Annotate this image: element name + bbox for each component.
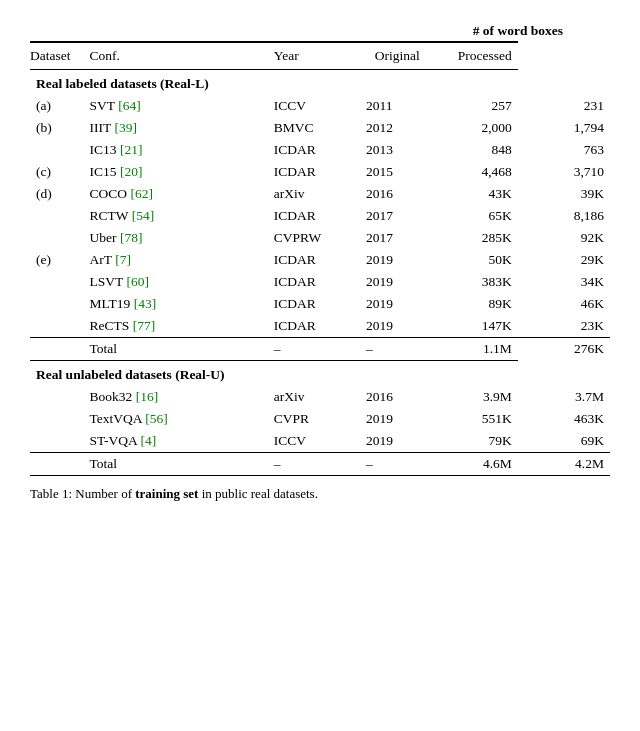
row-label: (b) [30, 117, 84, 139]
table-row: Uber [78]CVPRW2017285K92K [30, 227, 610, 249]
row-original: 2,000 [426, 117, 518, 139]
row-dataset: SVT [64] [84, 95, 268, 117]
row-dataset: ST-VQA [4] [84, 430, 268, 453]
citation: [54] [132, 208, 155, 223]
row-dataset: Total [84, 338, 268, 361]
row-year: 2019 [360, 249, 426, 271]
row-original: 89K [426, 293, 518, 315]
row-original: 3.9M [426, 386, 518, 408]
row-label: (c) [30, 161, 84, 183]
row-original: 79K [426, 430, 518, 453]
row-original: 285K [426, 227, 518, 249]
row-year: – [360, 338, 426, 361]
row-conf: CVPR [268, 408, 360, 430]
row-year: 2019 [360, 315, 426, 338]
table-row: Book32 [16]arXiv20163.9M3.7M [30, 386, 610, 408]
row-year: 2019 [360, 408, 426, 430]
row-year: 2019 [360, 271, 426, 293]
row-year: 2016 [360, 386, 426, 408]
row-processed: 231 [518, 95, 610, 117]
row-conf: ICDAR [268, 249, 360, 271]
citation: [21] [120, 142, 143, 157]
table-row: Total––4.6M4.2M [30, 453, 610, 476]
row-year: 2011 [360, 95, 426, 117]
row-year: 2015 [360, 161, 426, 183]
row-conf: – [268, 338, 360, 361]
row-processed: 8,186 [518, 205, 610, 227]
row-year: 2019 [360, 293, 426, 315]
row-processed: 3.7M [518, 386, 610, 408]
row-label [30, 408, 84, 430]
column-header-row: Dataset Conf. Year Original Processed [30, 42, 610, 70]
table-row: (e)ArT [7]ICDAR201950K29K [30, 249, 610, 271]
row-conf: arXiv [268, 386, 360, 408]
row-label [30, 227, 84, 249]
row-original: 383K [426, 271, 518, 293]
row-label [30, 386, 84, 408]
row-dataset: Total [84, 453, 268, 476]
row-processed: 46K [518, 293, 610, 315]
row-year: 2017 [360, 205, 426, 227]
row-dataset: Book32 [16] [84, 386, 268, 408]
row-dataset: COCO [62] [84, 183, 268, 205]
row-processed: 1,794 [518, 117, 610, 139]
row-conf: ICCV [268, 95, 360, 117]
word-boxes-header: # of word boxes [426, 20, 610, 42]
table-row: ST-VQA [4]ICCV201979K69K [30, 430, 610, 453]
row-processed: 39K [518, 183, 610, 205]
citation: [7] [115, 252, 131, 267]
row-conf: ICDAR [268, 139, 360, 161]
row-original: 43K [426, 183, 518, 205]
row-original: 1.1M [426, 338, 518, 361]
citation: [64] [118, 98, 141, 113]
row-conf: ICDAR [268, 161, 360, 183]
row-label [30, 139, 84, 161]
row-dataset: RCTW [54] [84, 205, 268, 227]
row-conf: ICDAR [268, 293, 360, 315]
citation: [16] [136, 389, 159, 404]
table-row: (c)IC15 [20]ICDAR20154,4683,710 [30, 161, 610, 183]
citation: [43] [134, 296, 157, 311]
citation: [62] [130, 186, 153, 201]
table-row: TextVQA [56]CVPR2019551K463K [30, 408, 610, 430]
table-row: RCTW [54]ICDAR201765K8,186 [30, 205, 610, 227]
citation: [56] [145, 411, 168, 426]
row-label: (e) [30, 249, 84, 271]
table-row: (a)SVT [64]ICCV2011257231 [30, 95, 610, 117]
empty-top-header [30, 20, 426, 42]
row-dataset: IC13 [21] [84, 139, 268, 161]
table-row: Total––1.1M276K [30, 338, 610, 361]
citation: [78] [120, 230, 143, 245]
header-year: Year [268, 42, 360, 70]
row-processed: 69K [518, 430, 610, 453]
row-dataset: Uber [78] [84, 227, 268, 249]
data-table: # of word boxes Dataset Conf. Year Origi… [30, 20, 610, 476]
row-conf: ICCV [268, 430, 360, 453]
caption-text-after: in public real datasets. [198, 486, 318, 501]
row-original: 50K [426, 249, 518, 271]
row-dataset: ReCTS [77] [84, 315, 268, 338]
row-label [30, 205, 84, 227]
row-original: 848 [426, 139, 518, 161]
row-processed: 34K [518, 271, 610, 293]
table-row: (d)COCO [62]arXiv201643K39K [30, 183, 610, 205]
section-header-real-labeled: Real labeled datasets (Real-L) [30, 70, 610, 96]
table-row: (b)IIIT [39]BMVC20122,0001,794 [30, 117, 610, 139]
row-label [30, 453, 84, 476]
row-conf: ICDAR [268, 271, 360, 293]
row-original: 65K [426, 205, 518, 227]
row-year: 2016 [360, 183, 426, 205]
row-dataset: MLT19 [43] [84, 293, 268, 315]
row-conf: CVPRW [268, 227, 360, 249]
row-original: 4,468 [426, 161, 518, 183]
table-row: LSVT [60]ICDAR2019383K34K [30, 271, 610, 293]
row-conf: ICDAR [268, 315, 360, 338]
row-conf: BMVC [268, 117, 360, 139]
row-year: 2013 [360, 139, 426, 161]
row-processed: 3,710 [518, 161, 610, 183]
row-year: 2012 [360, 117, 426, 139]
header-original: Original [360, 42, 426, 70]
section-title-real-unlabeled: Real unlabeled datasets (Real-U) [30, 361, 518, 387]
citation: [4] [140, 433, 156, 448]
row-label [30, 430, 84, 453]
